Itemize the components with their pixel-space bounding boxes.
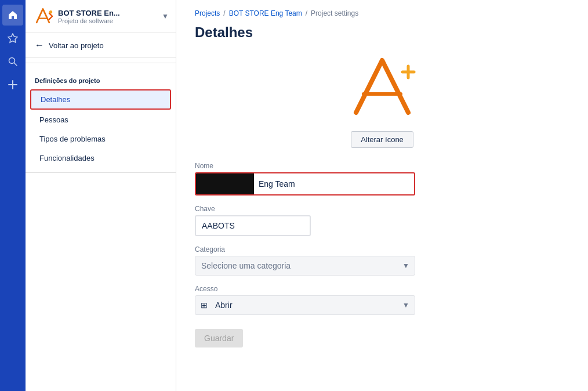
create-icon[interactable] bbox=[2, 74, 23, 95]
project-logo bbox=[32, 6, 53, 27]
main-content: Projects / BOT STORE Eng Team / Project … bbox=[176, 0, 588, 391]
breadcrumb-sep-2: / bbox=[306, 9, 307, 17]
acesso-select-wrapper: ⊞ Abrir Privado ▼ bbox=[195, 295, 415, 315]
star-icon[interactable] bbox=[2, 28, 23, 49]
chave-field-group: Chave bbox=[195, 205, 415, 236]
icon-bar bbox=[0, 0, 26, 391]
svg-point-4 bbox=[49, 10, 52, 13]
breadcrumb-sep-1: / bbox=[223, 9, 225, 17]
sidebar-item-pessoas[interactable]: Pessoas bbox=[30, 111, 171, 129]
categoria-select[interactable]: Selecione uma categoria bbox=[195, 256, 415, 276]
nome-label: Nome bbox=[195, 162, 415, 170]
breadcrumb-projects[interactable]: Projects bbox=[195, 9, 220, 17]
categoria-field-group: Categoria Selecione uma categoria ▼ bbox=[195, 245, 415, 276]
breadcrumb-project-name[interactable]: BOT STORE Eng Team bbox=[229, 9, 302, 17]
sidebar-bottom-divider bbox=[26, 172, 176, 173]
content-area: Alterar ícone Nome Eng Team Chave Catego… bbox=[176, 55, 588, 366]
project-icon-large bbox=[347, 55, 417, 124]
acesso-field-group: Acesso ⊞ Abrir Privado ▼ bbox=[195, 285, 415, 315]
form-section: Nome Eng Team Chave Categoria Selecione … bbox=[195, 162, 415, 347]
nome-visible-text: Eng Team bbox=[254, 173, 414, 194]
chave-label: Chave bbox=[195, 205, 415, 213]
sidebar-item-tipos-problemas[interactable]: Tipos de problemas bbox=[30, 130, 171, 148]
icon-section: Alterar ícone bbox=[195, 55, 569, 148]
acesso-label: Acesso bbox=[195, 285, 415, 293]
home-icon[interactable] bbox=[2, 5, 23, 26]
back-to-project-button[interactable]: ← Voltar ao projeto bbox=[26, 33, 176, 58]
sidebar-divider bbox=[26, 63, 176, 63]
nome-input-wrapper[interactable]: Eng Team bbox=[195, 172, 415, 196]
project-selector[interactable]: BOT STORE En... Projeto de software ▼ bbox=[26, 0, 176, 33]
back-arrow-icon: ← bbox=[35, 40, 44, 50]
change-icon-button[interactable]: Alterar ícone bbox=[351, 131, 413, 148]
acesso-select[interactable]: Abrir Privado bbox=[195, 295, 415, 315]
sidebar-item-funcionalidades[interactable]: Funcionalidades bbox=[30, 149, 171, 167]
sidebar: BOT STORE En... Projeto de software ▼ ← … bbox=[26, 0, 176, 391]
categoria-label: Categoria bbox=[195, 245, 415, 254]
sidebar-section-title: Definições do projeto bbox=[26, 68, 176, 89]
page-title: Detalhes bbox=[176, 22, 588, 55]
chave-input[interactable] bbox=[195, 215, 311, 236]
search-icon[interactable] bbox=[2, 51, 23, 72]
breadcrumb-current: Project settings bbox=[311, 9, 358, 17]
sidebar-item-detalhes[interactable]: Detalhes bbox=[30, 89, 171, 110]
breadcrumb: Projects / BOT STORE Eng Team / Project … bbox=[176, 0, 588, 22]
categoria-select-wrapper: Selecione uma categoria ▼ bbox=[195, 256, 415, 276]
project-type: Projeto de software bbox=[58, 17, 159, 24]
nome-blur-block bbox=[196, 173, 254, 194]
project-name: BOT STORE En... bbox=[58, 9, 159, 17]
chevron-down-icon: ▼ bbox=[162, 12, 169, 20]
nome-field-group: Nome Eng Team bbox=[195, 162, 415, 196]
save-button[interactable]: Guardar bbox=[195, 329, 243, 347]
svg-line-1 bbox=[14, 63, 17, 66]
